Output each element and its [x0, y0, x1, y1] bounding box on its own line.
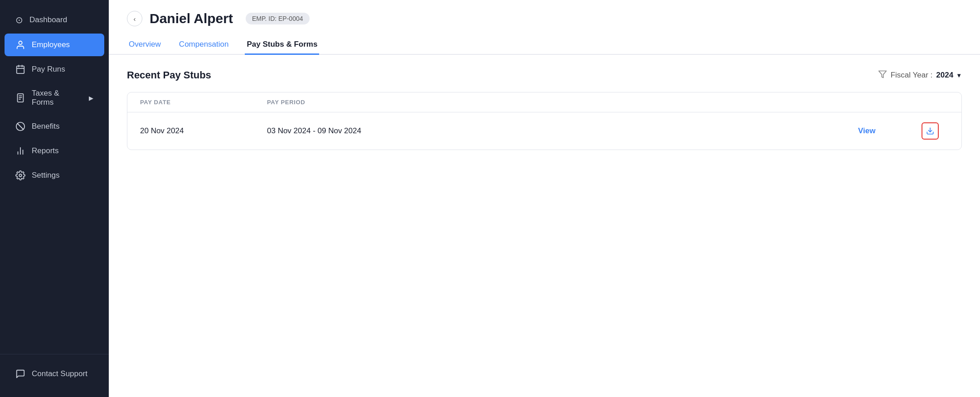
fiscal-year-chevron: ▼: [956, 72, 962, 79]
dashboard-icon: ⊙: [15, 15, 23, 25]
settings-icon: [15, 170, 25, 180]
sidebar-label-dashboard: Dashboard: [29, 15, 67, 24]
pay-stubs-table: PAY DATE PAY PERIOD 20 Nov 2024 03 Nov 2…: [127, 92, 962, 150]
svg-marker-15: [878, 71, 886, 77]
sidebar-nav: ⊙ Dashboard Employees Pay Runs: [0, 0, 109, 354]
sidebar-item-taxes-forms[interactable]: Taxes & Forms ▶: [5, 82, 104, 113]
main-content: ‹ Daniel Alpert EMP. ID: EP-0004 Overvie…: [109, 0, 980, 397]
reports-icon: [15, 146, 25, 156]
sidebar-item-dashboard[interactable]: ⊙ Dashboard: [5, 8, 104, 32]
taxes-forms-arrow: ▶: [89, 95, 93, 102]
sidebar-item-pay-runs[interactable]: Pay Runs: [5, 58, 104, 81]
back-icon: ‹: [134, 15, 136, 23]
col-header-pay-date: PAY DATE: [140, 99, 267, 106]
tab-compensation[interactable]: Compensation: [177, 35, 231, 55]
benefits-icon: [15, 121, 25, 131]
svg-rect-1: [17, 66, 24, 74]
sidebar-label-contact-support: Contact Support: [32, 369, 87, 378]
contact-support-icon: [15, 369, 25, 379]
sidebar: ⊙ Dashboard Employees Pay Runs: [0, 0, 109, 397]
tab-pay-stubs-forms[interactable]: Pay Stubs & Forms: [245, 35, 319, 55]
sidebar-item-reports[interactable]: Reports: [5, 140, 104, 162]
page-header: ‹ Daniel Alpert EMP. ID: EP-0004: [109, 0, 980, 26]
sidebar-item-employees[interactable]: Employees: [5, 34, 104, 56]
view-link[interactable]: View: [858, 126, 875, 135]
fiscal-year-filter[interactable]: Fiscal Year : 2024 ▼: [878, 70, 962, 81]
taxes-forms-icon: [15, 93, 25, 103]
download-icon: [926, 127, 934, 135]
view-link-cell: View: [858, 126, 922, 136]
sidebar-bottom: Contact Support: [0, 354, 109, 397]
sidebar-label-pay-runs: Pay Runs: [32, 65, 65, 74]
download-cell: [922, 122, 949, 140]
filter-label: Fiscal Year :: [891, 71, 933, 80]
content-area: Recent Pay Stubs Fiscal Year : 2024 ▼ PA…: [109, 55, 980, 397]
sidebar-label-taxes-forms: Taxes & Forms: [32, 89, 82, 107]
svg-point-0: [19, 41, 22, 44]
pay-period-cell: 03 Nov 2024 - 09 Nov 2024: [267, 126, 858, 136]
section-header: Recent Pay Stubs Fiscal Year : 2024 ▼: [127, 69, 962, 81]
section-title: Recent Pay Stubs: [127, 69, 211, 81]
col-header-action: [858, 99, 922, 106]
table-header: PAY DATE PAY PERIOD: [127, 92, 961, 112]
svg-point-14: [19, 174, 22, 177]
sidebar-item-benefits[interactable]: Benefits: [5, 115, 104, 138]
sidebar-label-employees: Employees: [32, 40, 70, 49]
pay-date-cell: 20 Nov 2024: [140, 126, 267, 136]
employee-name: Daniel Alpert: [150, 11, 233, 26]
download-button[interactable]: [922, 122, 939, 140]
back-button[interactable]: ‹: [127, 11, 142, 26]
sidebar-item-settings[interactable]: Settings: [5, 164, 104, 187]
svg-line-10: [18, 124, 24, 130]
fiscal-year-value: 2024: [936, 71, 953, 80]
tab-overview[interactable]: Overview: [127, 35, 163, 55]
tab-bar: Overview Compensation Pay Stubs & Forms: [109, 34, 980, 55]
sidebar-item-contact-support[interactable]: Contact Support: [5, 363, 104, 385]
filter-icon: [878, 70, 887, 81]
fiscal-year-select[interactable]: 2024 ▼: [936, 71, 962, 80]
sidebar-label-reports: Reports: [32, 146, 59, 155]
emp-id-badge: EMP. ID: EP-0004: [246, 13, 310, 24]
sidebar-label-settings: Settings: [32, 171, 59, 180]
pay-runs-icon: [15, 64, 25, 74]
sidebar-label-benefits: Benefits: [32, 122, 59, 131]
col-header-download: [922, 99, 949, 106]
employees-icon: [15, 40, 25, 50]
table-row: 20 Nov 2024 03 Nov 2024 - 09 Nov 2024 Vi…: [127, 112, 961, 150]
col-header-pay-period: PAY PERIOD: [267, 99, 858, 106]
